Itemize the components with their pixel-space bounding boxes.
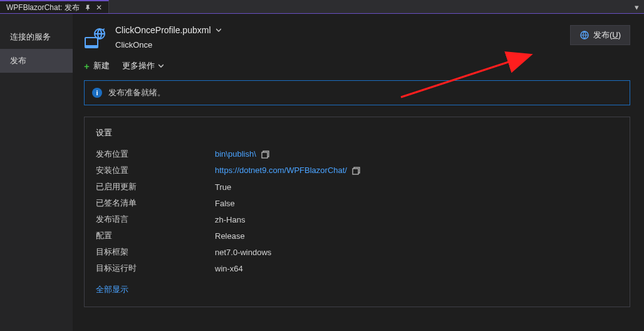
show-all-label: 全部显示	[96, 285, 128, 294]
settings-key: 已启用更新	[96, 181, 215, 192]
tab-bar: WPFBlazorChat: 发布 ✕ ▾	[0, 0, 644, 14]
tab-title: WPFBlazorChat: 发布	[6, 3, 80, 13]
status-text: 发布准备就绪。	[108, 87, 165, 98]
document-tab[interactable]: WPFBlazorChat: 发布 ✕	[0, 0, 109, 14]
globe-upload-icon	[579, 30, 589, 40]
sidebar: 连接的服务 发布	[0, 14, 73, 331]
settings-key: 安装位置	[96, 165, 215, 176]
svg-rect-7	[353, 169, 358, 174]
settings-value: net7.0-windows	[215, 248, 271, 257]
settings-key: 已签名清单	[96, 197, 215, 209]
settings-value[interactable]: bin\publish\	[215, 149, 270, 159]
settings-row: 安装位置https://dotnet9.com/WPFBlazorChat/	[96, 162, 618, 179]
settings-value[interactable]: https://dotnet9.com/WPFBlazorChat/	[215, 166, 361, 176]
chevron-down-icon	[158, 63, 164, 68]
settings-value: True	[215, 182, 231, 192]
settings-row: 发布语言zh-Hans	[96, 211, 618, 228]
close-icon[interactable]: ✕	[96, 3, 102, 12]
svg-rect-5	[262, 152, 267, 158]
settings-title: 设置	[96, 127, 618, 139]
settings-key: 目标框架	[96, 246, 215, 258]
settings-row: 已启用更新True	[96, 179, 618, 195]
sidebar-item-label: 连接的服务	[10, 32, 51, 41]
settings-value: Release	[215, 231, 245, 241]
publish-button[interactable]: 发布(U)	[570, 25, 630, 45]
settings-key: 配置	[96, 230, 215, 241]
pin-icon[interactable]	[85, 4, 91, 11]
tab-overflow-dropdown[interactable]: ▾	[630, 3, 644, 12]
publish-profile-icon	[84, 28, 106, 50]
status-banner: i 发布准备就绪。	[84, 80, 630, 105]
show-all-link[interactable]: 全部显示	[96, 284, 618, 295]
copy-icon[interactable]	[261, 150, 270, 159]
sidebar-item-publish[interactable]: 发布	[0, 49, 73, 73]
plus-icon: +	[84, 61, 90, 71]
new-label: 新建	[93, 60, 110, 71]
settings-panel: 设置 发布位置bin\publish\安装位置https://dotnet9.c…	[84, 117, 630, 307]
new-profile-button[interactable]: + 新建	[84, 60, 110, 71]
main-content: ClickOnceProfile.pubxml ClickOnce 发布(U) …	[73, 14, 644, 331]
settings-key: 发布位置	[96, 149, 215, 160]
profile-file-name: ClickOnceProfile.pubxml	[115, 25, 211, 35]
profile-selector[interactable]: ClickOnceProfile.pubxml	[115, 25, 221, 35]
settings-row: 发布位置bin\publish\	[96, 146, 618, 162]
settings-row: 已签名清单False	[96, 195, 618, 211]
settings-value: False	[215, 199, 235, 208]
settings-row: 配置Release	[96, 228, 618, 244]
settings-value: zh-Hans	[215, 215, 245, 224]
chevron-down-icon	[216, 28, 221, 33]
publish-method: ClickOnce	[115, 40, 221, 50]
publish-button-label: 发布(U)	[593, 29, 621, 41]
more-actions-dropdown[interactable]: 更多操作	[122, 60, 164, 71]
more-label: 更多操作	[122, 60, 155, 71]
settings-key: 目标运行时	[96, 263, 215, 274]
settings-key: 发布语言	[96, 214, 215, 225]
info-icon: i	[92, 88, 102, 98]
svg-rect-1	[85, 45, 98, 48]
settings-row: 目标框架net7.0-windows	[96, 244, 618, 260]
sidebar-item-connected-services[interactable]: 连接的服务	[0, 25, 73, 49]
settings-value: win-x64	[215, 264, 243, 273]
sidebar-item-label: 发布	[10, 56, 26, 65]
copy-icon[interactable]	[352, 167, 361, 176]
settings-row: 目标运行时win-x64	[96, 260, 618, 276]
